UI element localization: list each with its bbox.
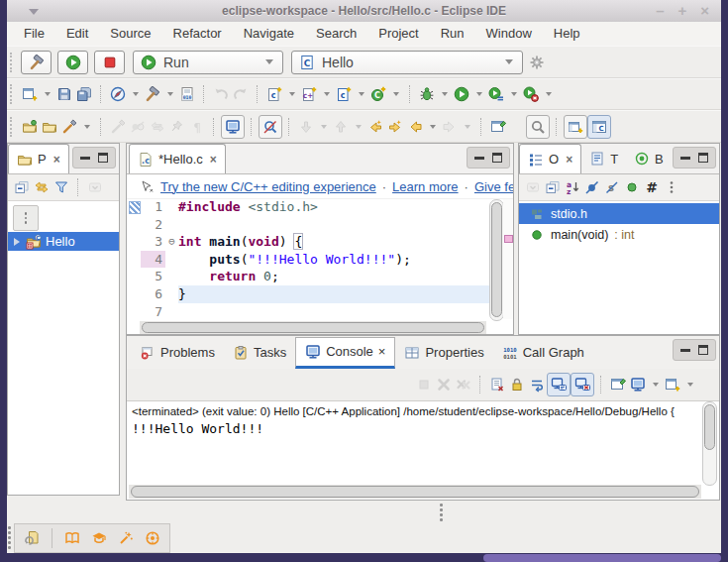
menu-window[interactable]: Window <box>475 22 543 46</box>
search-button[interactable] <box>526 115 550 139</box>
menu-run[interactable]: Run <box>430 22 475 46</box>
code-text[interactable]: puts("!!!Hello World!!!"); <box>178 251 490 269</box>
line-number[interactable]: 6 <box>141 285 165 303</box>
new-cpp-source-dropdown-chevron-icon[interactable] <box>324 92 330 96</box>
tab-hello-c[interactable]: .c *Hello.c × <box>129 144 226 173</box>
next-edit-location-button[interactable] <box>385 116 405 138</box>
build-button[interactable] <box>21 51 52 74</box>
menu-file[interactable]: File <box>13 22 55 46</box>
line-number[interactable]: 2 <box>141 216 165 234</box>
filter-button[interactable] <box>52 177 71 197</box>
brush-button[interactable] <box>59 116 79 138</box>
show-stderr-button[interactable] <box>571 373 594 396</box>
open-console-button[interactable] <box>663 374 682 395</box>
last-edit-location-button[interactable] <box>365 116 385 138</box>
statusbar-handle[interactable] <box>8 526 11 549</box>
console-horizontal-scrollbar[interactable] <box>129 485 701 499</box>
tab-t[interactable]: T <box>581 144 626 173</box>
new-view-button[interactable] <box>488 116 508 138</box>
line-number[interactable]: 7 <box>141 303 165 321</box>
code-area[interactable]: 1#include <stdio.h>23⊖int main(void) {4 … <box>128 198 490 321</box>
link-with-editor-button[interactable] <box>32 177 52 197</box>
line-number[interactable]: 5 <box>141 268 165 285</box>
pin-console-button[interactable] <box>608 374 628 395</box>
open-resource-button[interactable] <box>40 116 59 138</box>
scrollbar-thumb[interactable] <box>491 202 502 317</box>
line-number[interactable]: 4 <box>141 251 165 269</box>
open-console-dropdown-chevron-icon[interactable] <box>687 383 693 387</box>
expand-caret-icon[interactable] <box>14 238 20 246</box>
hide-fields-button[interactable] <box>582 177 602 197</box>
code-text[interactable]: #include <stdio.h> <box>178 198 490 216</box>
code-text[interactable]: } <box>178 285 490 303</box>
minimize-view-icon[interactable] <box>680 344 690 352</box>
new-c-source-button[interactable]: c <box>264 83 284 105</box>
new-wizard-dropdown-chevron-icon[interactable] <box>45 92 51 96</box>
debug-dropdown-chevron-icon[interactable] <box>442 92 448 96</box>
close-icon[interactable]: × <box>210 153 217 167</box>
new-c-file-button[interactable]: c <box>334 83 354 105</box>
toolbar-handle[interactable] <box>10 84 14 104</box>
scrollbar-thumb[interactable] <box>704 404 715 450</box>
close-icon[interactable]: × <box>53 153 60 167</box>
save-button[interactable] <box>54 83 74 105</box>
fold-marker-icon[interactable]: ⊖ <box>165 233 178 251</box>
display-console-dropdown-chevron-icon[interactable] <box>653 383 659 387</box>
open-perspective-button[interactable] <box>564 115 587 139</box>
console-view-button[interactable] <box>221 115 245 139</box>
clear-console-button[interactable] <box>487 374 507 395</box>
mark-occurrences-button[interactable] <box>259 115 282 139</box>
annotation-gutter[interactable] <box>128 216 141 234</box>
maximize-view-icon[interactable] <box>492 153 502 163</box>
minimize-view-icon[interactable] <box>474 152 484 160</box>
tab-properties[interactable]: Properties <box>395 337 492 369</box>
writable-button[interactable] <box>20 526 44 550</box>
save-all-button[interactable] <box>74 83 94 105</box>
menu-project[interactable]: Project <box>367 22 429 46</box>
tree-item-hello[interactable]: CHello <box>8 232 119 251</box>
banner-link-2[interactable]: Learn more <box>392 179 458 194</box>
minimize-button[interactable]: – <box>656 0 664 22</box>
new-wizard-button[interactable] <box>20 83 40 105</box>
annotation-gutter[interactable] <box>128 285 141 303</box>
menu-source[interactable]: Source <box>99 22 161 46</box>
minimize-view-icon[interactable] <box>680 152 690 160</box>
tips-button[interactable] <box>114 526 138 550</box>
close-icon[interactable]: × <box>378 344 386 359</box>
close-button[interactable]: × <box>700 0 709 22</box>
toolbar-handle[interactable] <box>10 53 14 72</box>
window-menu-icon[interactable] <box>29 9 39 15</box>
menu-edit[interactable]: Edit <box>55 22 99 46</box>
new-c-file-dropdown-chevron-icon[interactable] <box>359 92 364 96</box>
scrollbar-thumb[interactable] <box>142 322 484 333</box>
code-text[interactable] <box>178 216 490 234</box>
back-history-button[interactable] <box>405 116 425 138</box>
new-class-dropdown-chevron-icon[interactable] <box>393 92 399 96</box>
help-button[interactable] <box>141 526 164 550</box>
launch-compass-dropdown-chevron-icon[interactable] <box>133 92 139 96</box>
new-c-source-dropdown-chevron-icon[interactable] <box>289 92 295 96</box>
annotation-gutter[interactable] <box>128 233 141 251</box>
hide-inactive-button[interactable]: # <box>642 177 662 197</box>
maximize-button[interactable]: + <box>677 0 686 22</box>
cpp-perspective-button[interactable]: C <box>587 115 611 139</box>
launch-compass-button[interactable] <box>108 83 128 105</box>
code-text[interactable]: return 0; <box>178 268 490 285</box>
menu-help[interactable]: Help <box>543 22 591 46</box>
editor-horizontal-scrollbar[interactable] <box>140 321 486 334</box>
banner-link-1[interactable]: Try the new C/C++ editing experience <box>160 179 376 194</box>
scrollbar-thumb[interactable] <box>131 486 699 498</box>
toolbar-handle[interactable] <box>10 117 14 137</box>
titlebar[interactable]: eclipse-workspace - Hello/src/Hello.c - … <box>7 0 721 22</box>
code-text[interactable]: int main(void) { <box>178 233 490 251</box>
tab-problems[interactable]: Problems <box>131 337 224 369</box>
back-history-dropdown-chevron-icon[interactable] <box>430 125 436 129</box>
line-number[interactable]: 1 <box>141 198 165 216</box>
gear-icon[interactable] <box>529 55 545 70</box>
stop-button[interactable] <box>94 51 125 74</box>
brush-dropdown-chevron-icon[interactable] <box>84 125 90 129</box>
profile-button[interactable] <box>486 83 506 105</box>
word-wrap-button[interactable] <box>527 374 547 395</box>
coverage-button[interactable] <box>521 83 541 105</box>
open-element-button[interactable] <box>20 116 40 138</box>
